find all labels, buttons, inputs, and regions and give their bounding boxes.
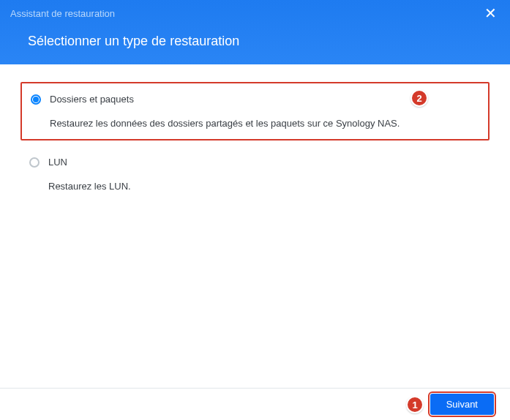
annotation-badge-2: 2 [410,89,428,107]
radio-icon[interactable] [31,94,41,105]
option-description: Restaurez les données des dossiers parta… [50,118,478,129]
close-icon[interactable]: ✕ [481,6,500,20]
next-button[interactable]: Suivant [430,394,494,415]
wizard-header: Assistant de restauration ✕ Sélectionner… [0,0,510,64]
option-description: Restaurez les LUN. [48,181,479,192]
option-lun[interactable]: LUN Restaurez les LUN. [20,146,490,202]
step-title: Sélectionner un type de restauration [0,23,510,49]
annotation-badge-1: 1 [406,396,424,413]
wizard-title: Assistant de restauration [10,8,115,19]
header-top-row: Assistant de restauration ✕ [0,0,510,23]
option-label: Dossiers et paquets [50,94,134,105]
option-label: LUN [48,157,67,168]
wizard-footer: Suivant [0,388,510,420]
radio-icon[interactable] [29,157,40,168]
content-area: Dossiers et paquets Restaurez les donnée… [0,64,510,388]
option-row: LUN [29,157,479,168]
